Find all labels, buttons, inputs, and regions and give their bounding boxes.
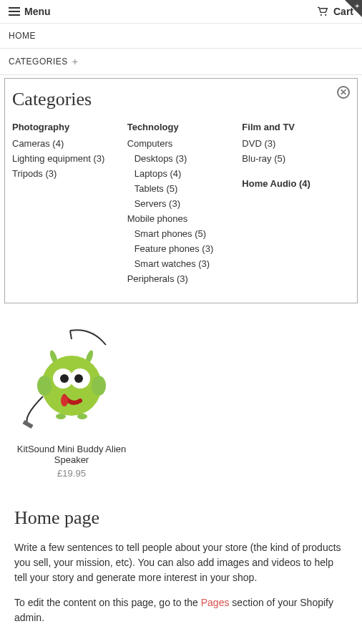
corner-badge-icon: ✦	[354, 2, 360, 8]
cat-featurephones[interactable]: Feature phones (3)	[134, 243, 235, 254]
cat-smartphones[interactable]: Smart phones (5)	[134, 228, 235, 239]
home-title: Home page	[14, 507, 348, 529]
menu-label: Menu	[24, 6, 51, 17]
close-button[interactable]: ✕	[337, 86, 350, 99]
close-icon: ✕	[340, 87, 347, 97]
cat-lighting[interactable]: Lighting equipment (3)	[12, 153, 120, 164]
product-name: KitSound Mini Buddy Alien Speaker	[14, 444, 129, 465]
nav-categories-label: CATEGORIES	[9, 57, 68, 67]
cat-cameras[interactable]: Cameras (4)	[12, 138, 120, 149]
cat-bluray[interactable]: Blu-ray (5)	[242, 153, 350, 164]
pages-link[interactable]: Pages	[201, 597, 230, 608]
svg-point-0	[321, 14, 322, 16]
home-p2a: To edit the content on this page, go to …	[14, 597, 201, 608]
product-image	[14, 325, 129, 439]
cart-icon	[316, 6, 329, 16]
svg-point-10	[74, 374, 83, 383]
hamburger-icon	[9, 7, 20, 16]
product-price: £19.95	[14, 468, 129, 479]
svg-rect-14	[22, 420, 33, 429]
col-photography: Photography Cameras (4) Lighting equipme…	[12, 122, 120, 288]
nav-categories[interactable]: CATEGORIES +	[0, 49, 362, 75]
head-home-audio[interactable]: Home Audio (4)	[242, 178, 350, 189]
categories-panel: ✕ Categories Photography Cameras (4) Lig…	[4, 78, 358, 303]
head-film-tv[interactable]: Film and TV	[242, 122, 350, 132]
svg-point-12	[56, 414, 66, 419]
cat-desktops[interactable]: Desktops (3)	[134, 153, 235, 164]
svg-point-9	[60, 374, 69, 383]
home-section: Home page Write a few sentences to tell …	[0, 500, 362, 644]
svg-point-11	[61, 395, 68, 406]
nav-home[interactable]: HOME	[0, 24, 362, 49]
menu-button[interactable]: Menu	[9, 6, 51, 17]
cat-peripherals[interactable]: Peripherals (3)	[127, 273, 235, 284]
col-film-audio: Film and TV DVD (3) Blu-ray (5) Home Aud…	[242, 122, 350, 288]
svg-point-1	[325, 14, 326, 16]
categories-title: Categories	[12, 89, 350, 110]
cat-tablets[interactable]: Tablets (5)	[134, 183, 235, 194]
svg-point-13	[77, 414, 87, 419]
svg-point-5	[37, 376, 52, 396]
cat-mobile[interactable]: Mobile phones	[127, 213, 235, 224]
cat-computers[interactable]: Computers	[127, 138, 235, 149]
header-bar: Menu Cart	[0, 0, 362, 24]
plus-icon: +	[72, 56, 79, 67]
cat-smartwatches[interactable]: Smart watches (3)	[134, 258, 235, 269]
home-p2: To edit the content on this page, go to …	[14, 595, 348, 625]
nav-home-label: HOME	[9, 31, 36, 41]
product-card[interactable]: KitSound Mini Buddy Alien Speaker £19.95	[0, 318, 143, 500]
cat-dvd[interactable]: DVD (3)	[242, 138, 350, 149]
cat-laptops[interactable]: Laptops (4)	[134, 168, 235, 179]
head-technology[interactable]: Technology	[127, 122, 235, 132]
home-p1: Write a few sentences to tell people abo…	[14, 540, 348, 585]
cat-servers[interactable]: Servers (3)	[134, 198, 235, 209]
head-photography[interactable]: Photography	[12, 122, 120, 132]
svg-point-6	[92, 376, 106, 396]
col-technology: Technology Computers Desktops (3) Laptop…	[127, 122, 235, 288]
cat-tripods[interactable]: Tripods (3)	[12, 168, 120, 179]
